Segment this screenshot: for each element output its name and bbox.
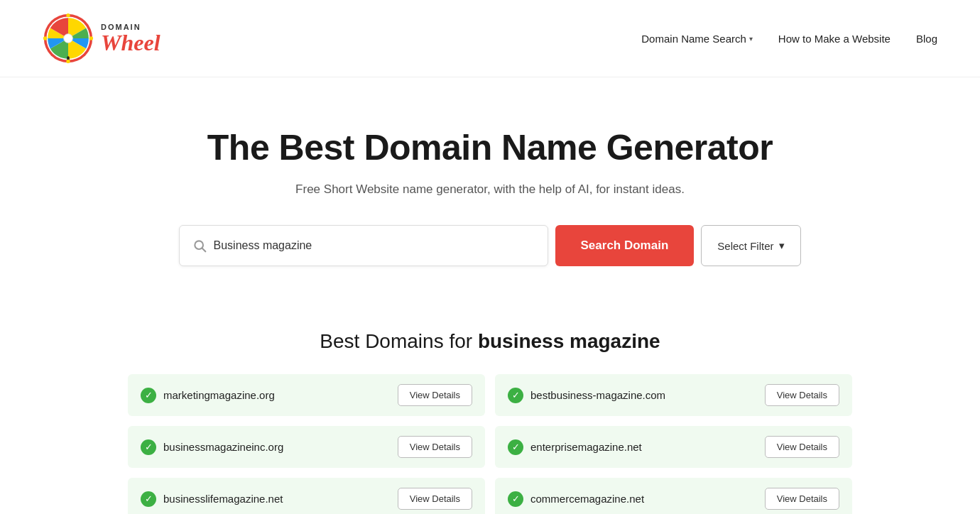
available-check-icon: ✓ (508, 388, 523, 403)
domain-left: ✓ marketingmagazine.org (141, 388, 275, 403)
search-domain-button[interactable]: Search Domain (555, 225, 695, 266)
search-input[interactable] (214, 239, 535, 252)
domain-name: businesslifemagazine.net (163, 493, 283, 505)
view-details-button[interactable]: View Details (765, 488, 839, 510)
chevron-down-icon: ▾ (779, 239, 785, 252)
domain-name: commercemagazine.net (530, 493, 644, 505)
nav-blog[interactable]: Blog (916, 33, 937, 45)
domain-name: businessmagazineinc.org (163, 441, 283, 453)
available-check-icon: ✓ (141, 388, 156, 403)
domain-item: ✓ marketingmagazine.org View Details (128, 374, 485, 416)
view-details-button[interactable]: View Details (398, 384, 472, 406)
main-nav: Domain Name Search ▾ How to Make a Websi… (641, 33, 937, 45)
domain-left: ✓ businessmagazineinc.org (141, 439, 283, 455)
logo-icon (43, 13, 94, 64)
logo-wheel-text: Wheel (101, 31, 160, 54)
view-details-button[interactable]: View Details (765, 436, 839, 458)
available-check-icon: ✓ (141, 439, 156, 455)
domain-name: marketingmagazine.org (163, 389, 275, 401)
domain-item: ✓ commercemagazine.net View Details (495, 478, 852, 514)
svg-point-2 (64, 34, 73, 43)
nav-domain-search[interactable]: Domain Name Search ▾ (641, 33, 753, 45)
domain-results-grid: ✓ marketingmagazine.org View Details ✓ b… (128, 374, 852, 514)
select-filter-button[interactable]: Select Filter ▾ (701, 225, 801, 266)
domain-item: ✓ businesslifemagazine.net View Details (128, 478, 485, 514)
logo[interactable]: DOMAIN Wheel (43, 13, 160, 64)
hero-section: The Best Domain Name Generator Free Shor… (0, 77, 980, 330)
domain-item: ✓ businessmagazineinc.org View Details (128, 426, 485, 468)
domain-left: ✓ commercemagazine.net (508, 491, 644, 507)
svg-point-7 (43, 36, 47, 40)
view-details-button[interactable]: View Details (398, 436, 472, 458)
svg-line-9 (202, 248, 205, 252)
domain-name: bestbusiness-magazine.com (530, 389, 665, 401)
hero-title: The Best Domain Name Generator (28, 127, 952, 168)
domain-item: ✓ enterprisemagazine.net View Details (495, 426, 852, 468)
available-check-icon: ✓ (141, 491, 156, 507)
available-check-icon: ✓ (508, 439, 523, 455)
search-icon (192, 239, 207, 253)
results-section: Best Domains for business magazine ✓ mar… (0, 330, 980, 514)
available-check-icon: ✓ (508, 491, 523, 507)
hero-subtitle: Free Short Website name generator, with … (28, 182, 952, 197)
search-bar: Search Domain Select Filter ▾ (28, 225, 952, 266)
view-details-button[interactable]: View Details (398, 488, 472, 510)
view-details-button[interactable]: View Details (765, 384, 839, 406)
search-input-wrap (179, 225, 548, 266)
nav-how-to[interactable]: How to Make a Website (778, 33, 891, 45)
domain-item: ✓ bestbusiness-magazine.com View Details (495, 374, 852, 416)
svg-point-5 (89, 36, 93, 40)
domain-left: ✓ bestbusiness-magazine.com (508, 388, 665, 403)
svg-point-6 (66, 60, 70, 63)
domain-left: ✓ businesslifemagazine.net (141, 491, 283, 507)
svg-point-4 (66, 13, 70, 17)
domain-name: enterprisemagazine.net (530, 441, 642, 453)
results-title: Best Domains for business magazine (128, 330, 852, 353)
chevron-down-icon: ▾ (749, 35, 753, 43)
domain-left: ✓ enterprisemagazine.net (508, 439, 642, 455)
